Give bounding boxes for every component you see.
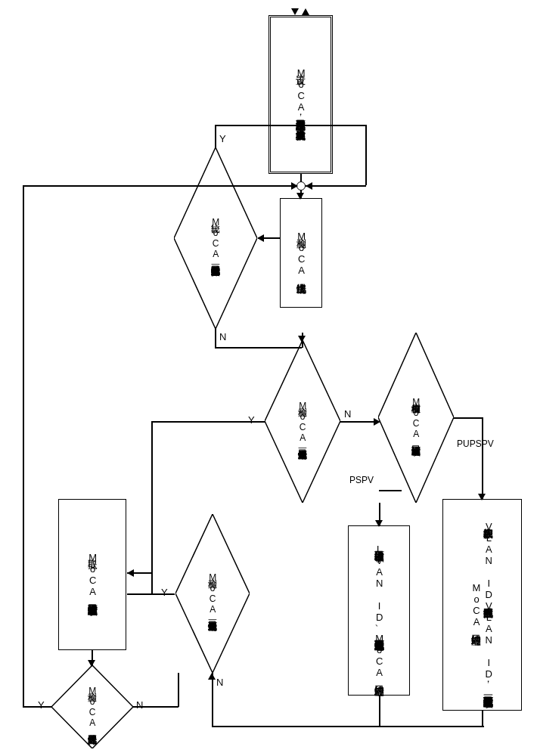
label-Y-compare: Y [219,133,226,144]
label-N-complete: N [136,699,143,711]
label-Y-nextport: Y [161,587,168,598]
detect-online-text: 检测MoCA终端上线情况 [295,231,307,276]
start-box: 设置MoCA局端上模板各下发端口的端口配置信息，并设置模板模式为自动下发模式 [268,15,333,174]
label-N-firstport: N [344,408,351,420]
label-Y-complete: Y [38,699,45,711]
template-mode-diamond: 检测模板中与MoCA终端该端口对应下发端口的下发模式 [378,333,454,503]
label-N-compare: N [219,331,226,342]
label-PSPV: PSPV [349,475,374,485]
pupspv-text: 在数据库和模板的VLAN ID表中找出没有配置过的VLAN ID，与提取到的模板… [470,503,495,707]
compare-text: 比较MoCA终端各端口的实际配置信息与数据库中计划配置信息是否一致 [210,217,221,259]
template-mode-text: 检测模板中与MoCA终端该端口对应下发端口的下发模式 [411,397,421,439]
label-N-nextport: N [216,677,223,688]
pupspv-box: 在数据库和模板的VLAN ID表中找出没有配置过的VLAN ID，与提取到的模板… [442,499,522,711]
first-port-diamond: 检测MoCA终端的第一个端口是否为个性化设置 [265,340,340,503]
next-port-diamond: 检测MoCA终端的下一个端口是否为个性化设置 [175,514,250,673]
pspv-box: 提取模板中该下发端口的LVAN ID、上下行端口限速和优先级端口配置信息下发到M… [348,525,410,696]
label-PUPSPV: PUPSPV [457,438,494,449]
first-port-text: 检测MoCA终端的第一个端口是否为个性化设置 [297,401,308,443]
next-port-text: 检测MoCA终端的下一个端口是否为个性化设置 [207,572,218,615]
compare-diamond: 比较MoCA终端各端口的实际配置信息与数据库中计划配置信息是否一致 [174,147,257,329]
pspv-text: 提取模板中该下发端口的LVAN ID、上下行端口限速和优先级端口配置信息下发到M… [373,544,385,678]
extract-modify-text: 提取MoCA终端该端口的端口信息修改数据库中模板上对应下发端口的端口信息 [86,552,98,597]
detect-online-box: 检测MoCA终端上线情况 [280,198,322,308]
start-text: 设置MoCA局端上模板各下发端口的端口配置信息，并设置模板模式为自动下发模式 [294,67,306,122]
label-Y-firstport: Y [248,414,255,426]
complete-diamond: 检测MoCA终端是否已经完成配置 [51,665,133,748]
extract-modify-box: 提取MoCA终端该端口的端口信息修改数据库中模板上对应下发端口的端口信息 [58,499,126,650]
complete-text: 检测MoCA终端是否已经完成配置 [87,686,98,728]
